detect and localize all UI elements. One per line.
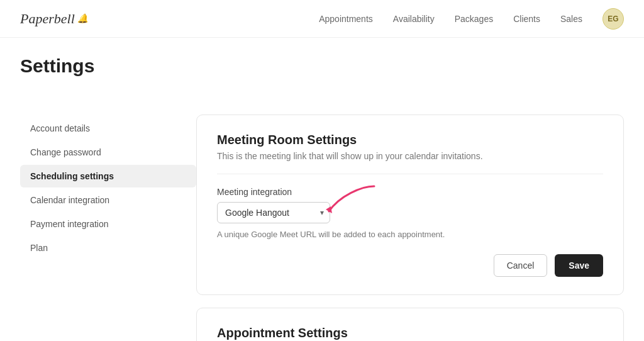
meeting-hint-text: A unique Google Meet URL will be added t… <box>217 230 603 239</box>
meeting-integration-field: Meeting integration None Zoom Google Han… <box>217 187 603 239</box>
nav-links: Appointments Availability Packages Clien… <box>319 13 582 25</box>
nav-link-appointments[interactable]: Appointments <box>319 14 373 24</box>
sidebar-item-change-password[interactable]: Change password <box>20 141 196 164</box>
avatar: EG <box>602 8 624 30</box>
nav-link-availability[interactable]: Availability <box>393 14 435 24</box>
sidebar-item-scheduling-settings[interactable]: Scheduling settings <box>20 165 196 187</box>
sidebar-item-calendar-integration[interactable]: Calendar integration <box>20 189 196 211</box>
save-button[interactable]: Save <box>555 254 603 277</box>
logo-bell-icon: 🔔 <box>77 13 88 24</box>
logo[interactable]: Paperbell 🔔 <box>20 11 88 27</box>
card-actions: Cancel Save <box>217 254 603 277</box>
meeting-room-card-subtitle: This is the meeting link that will show … <box>217 151 603 161</box>
nav-link-sales[interactable]: Sales <box>560 14 582 24</box>
page-title-area: Settings <box>0 38 644 77</box>
appointment-settings-title: Appointment Settings <box>217 326 603 340</box>
logo-text: Paperbell <box>20 11 75 27</box>
nav-link-packages[interactable]: Packages <box>455 14 493 24</box>
nav-item-sales[interactable]: Sales <box>560 13 582 25</box>
nav-link-clients[interactable]: Clients <box>513 14 540 24</box>
appointment-settings-card: Appointment Settings These settings appl… <box>196 308 624 341</box>
meeting-room-card-title: Meeting Room Settings <box>217 133 603 147</box>
sidebar-item-account-details[interactable]: Account details <box>20 117 196 140</box>
main-content: Meeting Room Settings This is the meetin… <box>196 115 624 341</box>
sidebar-item-plan[interactable]: Plan <box>20 237 196 259</box>
top-nav: Paperbell 🔔 Appointments Availability Pa… <box>0 0 644 38</box>
sidebar: Account details Change password Scheduli… <box>20 115 196 341</box>
nav-item-packages[interactable]: Packages <box>455 13 493 25</box>
meeting-room-card: Meeting Room Settings This is the meetin… <box>196 115 624 295</box>
nav-item-availability[interactable]: Availability <box>393 13 435 25</box>
cancel-button[interactable]: Cancel <box>494 254 548 277</box>
page-body: Account details Change password Scheduli… <box>0 94 644 341</box>
nav-item-appointments[interactable]: Appointments <box>319 13 373 25</box>
meeting-integration-select[interactable]: None Zoom Google Hangout Microsoft Teams <box>217 202 330 223</box>
meeting-integration-label: Meeting integration <box>217 187 603 197</box>
page-title: Settings <box>20 55 624 77</box>
nav-item-clients[interactable]: Clients <box>513 13 540 25</box>
sidebar-item-payment-integration[interactable]: Payment integration <box>20 213 196 235</box>
meeting-integration-select-wrapper: None Zoom Google Hangout Microsoft Teams… <box>217 202 330 223</box>
section-divider <box>217 174 603 174</box>
